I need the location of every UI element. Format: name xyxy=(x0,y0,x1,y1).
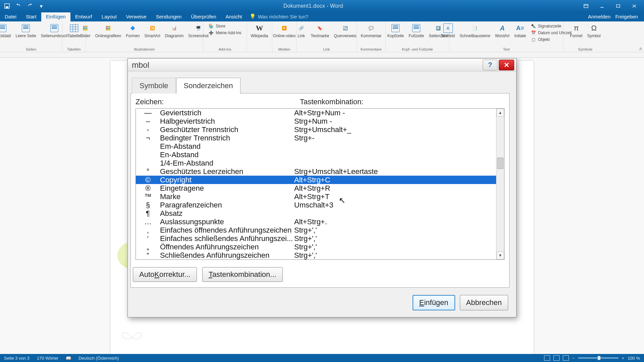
insert-button[interactable]: Einfügen xyxy=(413,295,455,310)
list-item[interactable]: —GeviertstrichAlt+Strg+Num - xyxy=(136,109,504,117)
equation-button[interactable]: πFormel xyxy=(568,23,584,47)
list-item[interactable]: Em-Abstand xyxy=(136,142,504,150)
print-layout-button[interactable] xyxy=(553,355,559,361)
list-item[interactable]: ©CopyrightAlt+Strg+C xyxy=(136,176,504,184)
scroll-thumb[interactable] xyxy=(497,158,503,169)
tab-mailings[interactable]: Sendungen xyxy=(151,12,186,21)
comment-button[interactable]: 💬Kommentar xyxy=(359,23,383,47)
tab-insert[interactable]: Einfügen xyxy=(41,12,70,21)
tab-layout[interactable]: Layout xyxy=(97,12,121,21)
tab-references[interactable]: Verweise xyxy=(121,12,151,21)
list-item[interactable]: §ParagrafenzeichenUmschalt+3 xyxy=(136,201,504,209)
link-button[interactable]: 🔗Link xyxy=(294,23,308,47)
char-name: Em-Abstand xyxy=(160,142,294,150)
shapes-button[interactable]: 🔷Formen xyxy=(124,23,142,47)
char-name: Schließendes Anführungszeichen xyxy=(160,251,294,259)
blank-page-button[interactable]: Leere Seite xyxy=(13,23,38,47)
footer-button[interactable]: Fußzeile xyxy=(407,23,426,47)
tab-view[interactable]: Ansicht xyxy=(221,12,247,21)
online-video-button[interactable]: ▶️Online-video xyxy=(271,23,298,47)
char-shortcut: Strg+',' xyxy=(294,243,504,251)
redo-button[interactable] xyxy=(25,1,35,11)
dropcap-button[interactable]: A≡Initiale xyxy=(512,23,528,47)
tab-file[interactable]: Datei xyxy=(0,12,21,21)
pictures-button[interactable]: 🖼️Bilder xyxy=(78,23,93,47)
list-item[interactable]: ‘Einfaches schließendes Anführungszei...… xyxy=(136,234,504,243)
tab-symbols[interactable]: Symbole xyxy=(132,78,176,94)
maximize-button[interactable] xyxy=(610,1,626,11)
char-shortcut: Alt+Strg+T xyxy=(294,192,504,201)
save-button[interactable] xyxy=(2,1,12,11)
tab-special-characters[interactable]: Sonderzeichen xyxy=(176,78,241,94)
char-name: Geschützter Trennstrich xyxy=(160,125,294,134)
scroll-up-button[interactable]: ▲ xyxy=(496,109,504,117)
wikipedia-button[interactable]: WWikipedia xyxy=(249,23,270,47)
store-icon: 🏪 xyxy=(208,23,214,29)
char-shortcut: Strg+Umschalt+_ xyxy=(294,125,504,134)
list-item[interactable]: …AuslassungspunkteAlt+Strg+. xyxy=(136,218,504,226)
ribbon-tabs: Datei Start Einfügen Entwurf Layout Verw… xyxy=(0,12,644,21)
scroll-down-button[interactable]: ▼ xyxy=(496,251,504,259)
list-item[interactable]: 1/4-Em-Abstand xyxy=(136,159,504,167)
bookmark-button[interactable]: 🔖Textmarke xyxy=(309,23,331,47)
column-header-shortcut: Tastenkombination: xyxy=(300,98,364,106)
dialog-titlebar[interactable]: mbol ? ✕ xyxy=(128,59,516,71)
minimize-button[interactable] xyxy=(594,1,610,11)
cover-page-button[interactable]: Deckblatt xyxy=(0,23,13,47)
zoom-slider[interactable] xyxy=(578,357,619,359)
list-scrollbar[interactable]: ▲ ▼ xyxy=(496,109,504,259)
ribbon-display-options[interactable] xyxy=(578,1,594,11)
undo-button[interactable] xyxy=(13,1,23,11)
cancel-button[interactable]: Abbrechen xyxy=(460,295,508,310)
tab-design[interactable]: Entwurf xyxy=(70,12,97,21)
textbox-button[interactable]: ATextfeld xyxy=(439,23,457,47)
list-item[interactable]: ¶Absatz xyxy=(136,209,504,218)
list-item[interactable]: En-Abstand xyxy=(136,150,504,159)
char-name: Öffnendes Anführungszeichen xyxy=(160,243,294,251)
online-pictures-button[interactable]: 🖼️Onlinegrafiken xyxy=(93,23,123,47)
header-button[interactable]: Kopfzeile xyxy=(385,23,406,47)
web-layout-button[interactable] xyxy=(563,355,569,361)
svg-rect-3 xyxy=(616,5,620,7)
char-name: Paragrafenzeichen xyxy=(160,201,294,209)
crossref-button[interactable]: ↪️Querverweis xyxy=(332,23,359,47)
zoom-level[interactable]: 100 % xyxy=(628,356,640,361)
quick-parts-button[interactable]: 📑Schnellbausteine xyxy=(458,23,492,47)
spellcheck-icon[interactable]: 📖 xyxy=(66,356,71,361)
signin-link[interactable]: Anmelden xyxy=(588,14,611,19)
wordart-button[interactable]: AWordArt xyxy=(493,23,512,47)
word-count[interactable]: 170 Wörter xyxy=(37,356,58,361)
dialog-help-button[interactable]: ? xyxy=(483,60,497,70)
list-item[interactable]: -Geschützter TrennstrichStrg+Umschalt+_ xyxy=(136,125,504,134)
read-mode-button[interactable] xyxy=(544,355,550,361)
dialog-close-button[interactable]: ✕ xyxy=(499,60,514,70)
list-item[interactable]: ™MarkeAlt+Strg+T xyxy=(136,192,504,201)
autocorrect-button[interactable]: AutoKorrektur... xyxy=(133,267,197,282)
tell-me-search[interactable]: 💡 Was möchten Sie tun? xyxy=(250,13,308,21)
my-addins-button[interactable]: ➕Meine Add-Ins xyxy=(206,29,244,36)
qat-customize[interactable]: ▾ xyxy=(36,1,46,11)
list-item[interactable]: „Öffnendes AnführungszeichenStrg+',' xyxy=(136,243,504,251)
tab-review[interactable]: Überprüfen xyxy=(186,12,221,21)
symbol-button[interactable]: ΩSymbol xyxy=(585,23,603,47)
page-indicator[interactable]: Seite 3 von 3 xyxy=(4,356,30,361)
close-button[interactable] xyxy=(627,1,642,11)
char-name: Einfaches schließendes Anführungszei... xyxy=(160,234,294,243)
list-item[interactable]: °Geschütztes LeerzeichenStrg+Umschalt+Le… xyxy=(136,167,504,176)
list-item[interactable]: “Schließendes AnführungszeichenStrg+',' xyxy=(136,251,504,259)
chart-button[interactable]: 📊Diagramm xyxy=(163,23,185,47)
list-item[interactable]: –HalbgeviertstrichStrg+Num - xyxy=(136,117,504,125)
list-item[interactable]: ®EingetrageneAlt+Strg+R xyxy=(136,184,504,192)
collapse-ribbon-button[interactable]: ᐱ xyxy=(639,47,642,51)
list-item[interactable]: ‚Einfaches öffnendes AnführungszeichenSt… xyxy=(136,226,504,234)
tab-start[interactable]: Start xyxy=(21,12,41,21)
store-button[interactable]: 🏪Store xyxy=(206,23,244,29)
language-indicator[interactable]: Deutsch (Österreich) xyxy=(78,356,119,361)
list-item[interactable]: ¬Bedingter TrennstrichStrg+- xyxy=(136,134,504,142)
zoom-out-button[interactable]: − xyxy=(572,356,575,361)
shortcut-key-button[interactable]: Tastenkombination... xyxy=(202,267,283,282)
zoom-in-button[interactable]: + xyxy=(622,356,625,361)
special-characters-list[interactable]: —GeviertstrichAlt+Strg+Num -–Halbgeviert… xyxy=(136,108,504,260)
smartart-button[interactable]: 🔀SmartArt xyxy=(143,23,162,47)
share-button[interactable]: Freigeben xyxy=(615,14,638,19)
